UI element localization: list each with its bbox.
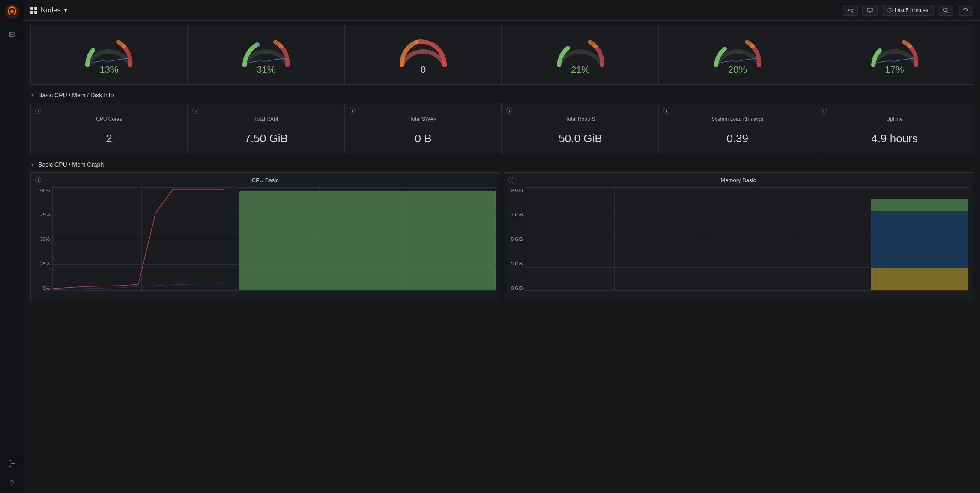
info-icon-ram[interactable]: i bbox=[192, 108, 198, 114]
cpu-y-label-25: 25% bbox=[35, 261, 50, 266]
cpu-y-label-100: 100% bbox=[35, 188, 50, 193]
cpu-y-axis: 0% 25% 50% 75% 100% bbox=[35, 188, 52, 291]
mem-basic-panel: i Memory Basic 0 GiB 2 GiB 5 GiB 7 GiB 9… bbox=[504, 172, 974, 301]
cpu-basic-panel: i CPU Basic 0% 25% 50% 75% 100% bbox=[30, 172, 500, 301]
stat-card-total-ram: i Total RAM 7.50 GiB bbox=[188, 103, 345, 154]
gauge-4: 21% bbox=[502, 25, 659, 85]
gauge-1-svg bbox=[81, 34, 137, 69]
gauge-6: 17% bbox=[816, 25, 973, 85]
gauge-6-value: 17% bbox=[885, 64, 904, 75]
dashboard-content: 13% 31% bbox=[24, 21, 980, 493]
gauge-1: 13% bbox=[30, 25, 188, 85]
total-ram-value: 7.50 GiB bbox=[195, 125, 338, 149]
mem-chart-inner bbox=[526, 188, 969, 291]
cpu-chart-title: CPU Basic bbox=[35, 177, 496, 183]
cpu-cores-label: CPU Cores bbox=[38, 116, 180, 122]
mem-chart-container: 0 GiB 2 GiB 5 GiB 7 GiB 9 GiB bbox=[508, 188, 969, 291]
cpu-line-chart bbox=[53, 188, 496, 290]
basic-info-section-header: ▼ Basic CPU / Mem / Disk Info bbox=[30, 92, 973, 99]
svg-point-1 bbox=[10, 10, 14, 13]
stat-card-cpu-cores: i CPU Cores 2 bbox=[30, 103, 188, 154]
info-icon-uptime[interactable]: i bbox=[821, 108, 827, 114]
main-content: Nodes ▾ Last 5 minutes bbox=[24, 0, 980, 493]
total-swap-label: Total SWAP bbox=[352, 116, 495, 122]
collapse-icon[interactable]: ▼ bbox=[30, 93, 35, 98]
system-load-label: System Load (1m avg) bbox=[666, 116, 809, 122]
mem-y-label-5: 5 GiB bbox=[508, 237, 523, 242]
mem-y-label-9: 9 GiB bbox=[508, 188, 523, 193]
basic-info-title: Basic CPU / Mem / Disk Info bbox=[38, 92, 114, 99]
gauge-5-value: 20% bbox=[728, 64, 747, 75]
svg-rect-2 bbox=[867, 8, 872, 12]
cpu-y-label-0: 0% bbox=[35, 286, 50, 291]
sidebar-signin-icon[interactable] bbox=[6, 458, 18, 469]
gauge-3-svg bbox=[395, 34, 451, 69]
gauge-2-svg bbox=[238, 34, 294, 69]
time-range-label: Last 5 minutes bbox=[895, 7, 928, 13]
total-ram-label: Total RAM bbox=[195, 116, 338, 122]
stat-card-uptime: i Uptime 4.9 hours bbox=[816, 103, 973, 154]
cpu-cores-value: 2 bbox=[38, 125, 180, 149]
system-load-value: 0.39 bbox=[666, 125, 809, 149]
sidebar-help-icon[interactable]: ? bbox=[6, 478, 18, 489]
graph-collapse-icon[interactable]: ▼ bbox=[30, 162, 35, 167]
gauge-6-svg bbox=[867, 34, 923, 69]
graphs-row: i CPU Basic 0% 25% 50% 75% 100% bbox=[30, 172, 973, 301]
total-swap-value: 0 B bbox=[352, 125, 495, 149]
svg-point-6 bbox=[944, 8, 947, 11]
info-icon-swap[interactable]: i bbox=[350, 108, 356, 114]
stat-card-rootfs: i Total RootFS 50.0 GiB bbox=[502, 103, 659, 154]
mem-layer-bottom bbox=[871, 268, 968, 290]
gauge-3-value: 0 bbox=[421, 64, 426, 75]
mem-y-axis: 0 GiB 2 GiB 5 GiB 7 GiB 9 GiB bbox=[508, 188, 526, 291]
uptime-value: 4.9 hours bbox=[823, 125, 966, 149]
uptime-label: Uptime bbox=[823, 116, 966, 122]
gauge-row: 13% 31% bbox=[30, 25, 973, 85]
share-button[interactable] bbox=[843, 5, 858, 16]
info-icon-mem-chart[interactable]: i bbox=[508, 177, 514, 183]
grafana-logo[interactable] bbox=[5, 4, 19, 20]
cpu-y-label-50: 50% bbox=[35, 237, 50, 242]
info-icon-cpu[interactable]: i bbox=[35, 108, 41, 114]
title-text: Nodes bbox=[41, 6, 60, 14]
stat-cards-row: i CPU Cores 2 i Total RAM 7.50 GiB i Tot… bbox=[30, 103, 973, 154]
gauge-1-value: 13% bbox=[99, 64, 118, 75]
gauge-3: 0 bbox=[345, 25, 502, 85]
rootfs-value: 50.0 GiB bbox=[509, 125, 651, 149]
stat-card-system-load: i System Load (1m avg) 0.39 bbox=[659, 103, 816, 154]
dashboard-icon bbox=[30, 7, 37, 14]
mem-layer-mid bbox=[871, 211, 968, 268]
graph-section-title: Basic CPU / Mem Graph bbox=[38, 161, 104, 168]
graph-section-header: ▼ Basic CPU / Mem Graph bbox=[30, 161, 973, 168]
info-icon-cpu-chart[interactable]: i bbox=[35, 177, 41, 183]
mem-y-label-7: 7 GiB bbox=[508, 212, 523, 217]
info-icon-rootfs[interactable]: i bbox=[506, 108, 512, 114]
topbar: Nodes ▾ Last 5 minutes bbox=[24, 0, 980, 21]
gauge-5-svg bbox=[710, 34, 765, 69]
rootfs-label: Total RootFS bbox=[509, 116, 651, 122]
cpu-chart-container: 0% 25% 50% 75% 100% bbox=[35, 188, 496, 291]
mem-grid-9 bbox=[526, 187, 969, 188]
gauge-2-value: 31% bbox=[257, 64, 275, 75]
cpu-y-label-75: 75% bbox=[35, 212, 50, 217]
gauge-4-svg bbox=[553, 34, 608, 69]
mem-chart-title: Memory Basic bbox=[508, 177, 969, 183]
dropdown-arrow[interactable]: ▾ bbox=[64, 6, 67, 14]
gauge-2: 31% bbox=[188, 25, 345, 85]
cpu-chart-inner bbox=[52, 188, 496, 291]
time-range-button[interactable]: Last 5 minutes bbox=[882, 5, 934, 16]
sidebar: ⊞ ? bbox=[0, 0, 24, 493]
refresh-button[interactable] bbox=[958, 5, 973, 16]
sidebar-dashboards-icon[interactable]: ⊞ bbox=[6, 29, 18, 40]
page-title: Nodes ▾ bbox=[30, 6, 67, 14]
mem-y-label-2: 2 GiB bbox=[508, 261, 523, 266]
svg-point-8 bbox=[257, 43, 260, 47]
mem-layer-top bbox=[871, 199, 968, 211]
gauge-4-value: 21% bbox=[571, 64, 590, 75]
svg-line-7 bbox=[947, 11, 949, 13]
stat-card-total-swap: i Total SWAP 0 B bbox=[345, 103, 502, 154]
info-icon-load[interactable]: i bbox=[663, 108, 669, 114]
mem-y-label-0: 0 GiB bbox=[508, 286, 523, 291]
tv-mode-button[interactable] bbox=[862, 5, 878, 16]
search-button[interactable] bbox=[938, 5, 953, 16]
